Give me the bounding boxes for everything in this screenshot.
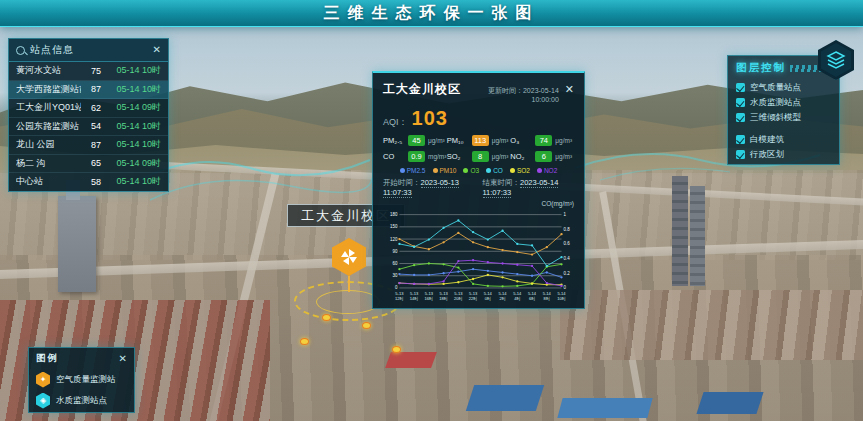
svg-text:5-14: 5-14 <box>543 291 552 296</box>
app-header: 三维生态环保一张图 <box>0 0 863 27</box>
legend-label: NO2 <box>544 167 557 174</box>
poi-dot[interactable] <box>300 338 309 345</box>
time-range-row: 开始时间：2023-05-13 11:07:33 结束时间：2023-05-14… <box>383 178 574 197</box>
layers-icon <box>826 51 846 69</box>
station-name: 杨二 沟 <box>16 157 81 170</box>
chart-legend-item[interactable]: NO2 <box>537 167 557 174</box>
station-update-time: 05-14 10时 <box>105 83 161 96</box>
station-aqi-value: 87 <box>85 140 101 150</box>
svg-text:12时: 12时 <box>395 296 404 301</box>
station-row[interactable]: 杨二 沟 65 05-14 09时 <box>9 155 168 174</box>
station-panel-header: 站点信息 ✕ <box>9 39 168 62</box>
chart-legend-item[interactable]: PM2.5 <box>400 167 426 174</box>
station-name: 黄河水文站 <box>16 64 81 77</box>
svg-text:5-13: 5-13 <box>425 291 434 296</box>
checkbox-checked-icon[interactable] <box>736 98 745 107</box>
layer-panel-title: 图层控制 <box>736 61 786 75</box>
marker-stem <box>348 276 350 292</box>
legend-label: SO2 <box>517 167 530 174</box>
station-row[interactable]: 龙山 公园 87 05-14 10时 <box>9 136 168 155</box>
legend-dot <box>537 168 542 173</box>
legend-dot <box>486 168 491 173</box>
layer-toggle[interactable]: 行政区划 <box>736 147 831 162</box>
layer-list: 空气质量站点 水质监测站点 三维倾斜模型 白模建筑 行政区划 <box>736 80 831 162</box>
poi-dot[interactable] <box>362 322 371 329</box>
legend-item: ✦ 空气质量监测站 <box>36 369 127 390</box>
page-title: 三维生态环保一张图 <box>324 3 540 24</box>
station-name: 大学西路监测站前 <box>16 83 81 96</box>
pollutant-cell: SO₂ 8 μg/m³ <box>447 151 511 162</box>
svg-text:5-14: 5-14 <box>528 291 537 296</box>
layer-toggle[interactable]: 三维倾斜模型 <box>736 110 831 125</box>
station-row[interactable]: 工大金川YQ01站 62 05-14 09时 <box>9 99 168 118</box>
close-icon[interactable]: ✕ <box>565 83 574 96</box>
pollutant-grid: PM₂.₅ 45 μg/m³PM₁₀ 113 μg/m³O₃ 74 μg/m³C… <box>383 135 574 162</box>
legend-list: ✦ 空气质量监测站◈ 水质监测站点 <box>36 369 127 411</box>
legend-label: PM10 <box>440 167 457 174</box>
search-icon <box>16 46 25 55</box>
svg-text:60: 60 <box>393 261 398 266</box>
popup-title: 工大金川校区 <box>383 81 461 98</box>
svg-text:120: 120 <box>390 237 398 242</box>
pollutant-value-chip: 45 <box>408 135 425 146</box>
pollutant-name: O₃ <box>510 136 532 145</box>
layer-label: 白模建筑 <box>750 134 784 146</box>
svg-text:5-13: 5-13 <box>395 291 404 296</box>
station-update-time: 05-14 10时 <box>105 120 161 133</box>
station-list: 黄河水文站 75 05-14 10时大学西路监测站前 87 05-14 10时工… <box>9 62 168 192</box>
station-row[interactable]: 公园东路监测站 54 05-14 10时 <box>9 118 168 137</box>
station-panel-title: 站点信息 <box>30 43 148 57</box>
poi-dot[interactable] <box>322 314 331 321</box>
layer-label: 水质监测站点 <box>750 97 801 109</box>
close-icon[interactable]: ✕ <box>153 45 161 55</box>
station-name: 中心站 <box>16 175 81 188</box>
svg-text:0: 0 <box>395 285 398 290</box>
svg-text:22时: 22时 <box>469 296 478 301</box>
chart-legend-item[interactable]: SO2 <box>510 167 530 174</box>
svg-text:6时: 6时 <box>529 296 535 301</box>
station-name: 工大金川YQ01站 <box>16 101 81 114</box>
pollutant-cell: PM₂.₅ 45 μg/m³ <box>383 135 447 146</box>
checkbox-checked-icon[interactable] <box>736 135 745 144</box>
svg-text:0.2: 0.2 <box>563 271 570 276</box>
legend-label: CO <box>493 167 503 174</box>
station-aqi-value: 65 <box>85 158 101 168</box>
legend-marker-icon: ◈ <box>36 393 50 409</box>
pollutant-unit: μg/m³ <box>492 153 509 160</box>
station-row[interactable]: 大学西路监测站前 87 05-14 10时 <box>9 81 168 100</box>
map-legend-panel: 图例 ✕ ✦ 空气质量监测站◈ 水质监测站点 <box>28 347 135 413</box>
layer-label: 空气质量站点 <box>750 82 801 94</box>
layer-label: 三维倾斜模型 <box>750 112 801 124</box>
close-icon[interactable]: ✕ <box>119 354 127 364</box>
pollutant-name: SO₂ <box>447 152 469 161</box>
svg-text:8时: 8时 <box>544 296 550 301</box>
station-update-time: 05-14 10时 <box>105 175 161 188</box>
chart-legend-item[interactable]: O3 <box>463 167 479 174</box>
station-aqi-value: 62 <box>85 103 101 113</box>
station-row[interactable]: 中心站 58 05-14 10时 <box>9 173 168 192</box>
layer-toggle[interactable]: 空气质量站点 <box>736 80 831 95</box>
pollutant-unit: μg/m³ <box>428 137 445 144</box>
checkbox-checked-icon[interactable] <box>736 83 745 92</box>
pollutant-name: CO <box>383 152 405 161</box>
aqi-value: 103 <box>412 107 448 130</box>
aqi-label: AQI： <box>383 116 408 129</box>
checkbox-checked-icon[interactable] <box>736 113 745 122</box>
layer-toggle[interactable]: 水质监测站点 <box>736 95 831 110</box>
station-update-time: 05-14 09时 <box>105 101 161 114</box>
pollutant-unit: μg/m³ <box>555 153 572 160</box>
chart-legend-item[interactable]: PM10 <box>433 167 457 174</box>
checkbox-checked-icon[interactable] <box>736 150 745 159</box>
pollutant-trend-chart: 030609012015018000.20.40.60.815-1312时5-1… <box>383 207 576 311</box>
svg-text:0.6: 0.6 <box>563 241 570 246</box>
station-update-time: 05-14 10时 <box>105 138 161 151</box>
layer-toggle[interactable]: 白模建筑 <box>736 132 831 147</box>
legend-panel-title: 图例 <box>36 352 119 365</box>
chart-legend-item[interactable]: CO <box>486 167 503 174</box>
poi-dot[interactable] <box>392 346 401 353</box>
layer-label: 行政区划 <box>750 149 784 161</box>
svg-text:14时: 14时 <box>410 296 419 301</box>
app-root: 三维生态环保一张图 工大金川校区 站点信息 ✕ 黄河水文站 75 05-14 1… <box>0 0 863 421</box>
svg-text:5-14: 5-14 <box>513 291 522 296</box>
station-row[interactable]: 黄河水文站 75 05-14 10时 <box>9 62 168 81</box>
